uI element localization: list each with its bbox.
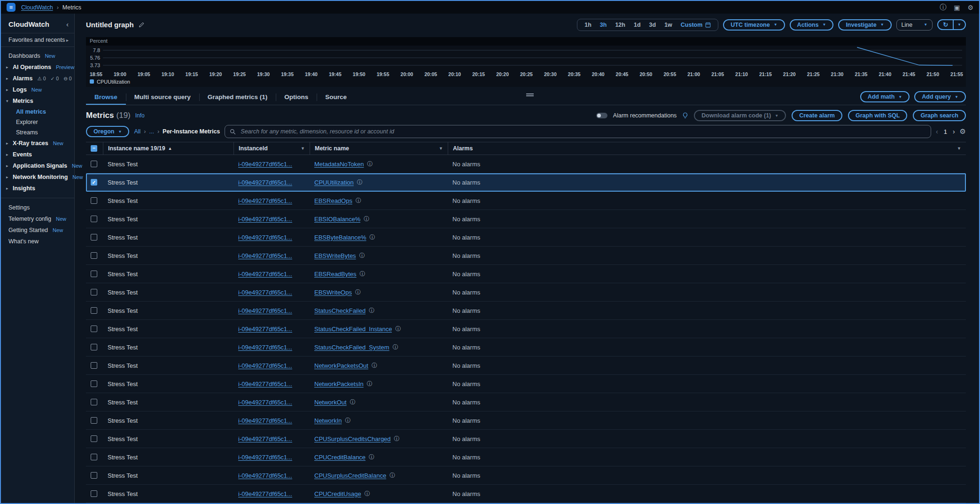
table-row[interactable]: Stress Test i-09e49277df65c1... NetworkP… bbox=[86, 357, 966, 375]
time-range-3d[interactable]: 3d bbox=[645, 21, 661, 29]
column-header-instance-name[interactable]: Instance name 19/19 bbox=[108, 145, 165, 152]
previous-page-button[interactable]: ‹ bbox=[936, 128, 938, 135]
instance-id-link[interactable]: i-09e49277df65c1... bbox=[238, 252, 292, 259]
info-icon[interactable]: ⓘ bbox=[940, 3, 946, 12]
instance-id-link[interactable]: i-09e49277df65c1... bbox=[238, 161, 292, 168]
investigate-dropdown[interactable]: Investigate ▼ bbox=[838, 19, 891, 31]
chart-type-select[interactable]: Line ▼ bbox=[896, 19, 933, 31]
metric-name-link[interactable]: EBSWriteBytes bbox=[314, 252, 356, 259]
table-row[interactable]: Stress Test i-09e49277df65c1... NetworkI… bbox=[86, 411, 966, 430]
search-input[interactable] bbox=[240, 128, 926, 135]
table-row[interactable]: Stress Test i-09e49277df65c1... EBSIOBal… bbox=[86, 210, 966, 228]
info-icon[interactable]: ⓘ bbox=[345, 417, 351, 425]
metric-name-link[interactable]: EBSReadBytes bbox=[314, 271, 357, 278]
row-checkbox[interactable] bbox=[91, 417, 97, 424]
sidebar-item-what-s-new[interactable]: What's new bbox=[1, 236, 74, 247]
filter-caret-icon[interactable]: ▼ bbox=[439, 146, 443, 151]
sidebar-item-explorer[interactable]: Explorer bbox=[1, 117, 74, 127]
metric-name-link[interactable]: NetworkPacketsOut bbox=[314, 362, 368, 369]
sidebar-item-streams[interactable]: Streams bbox=[1, 127, 74, 138]
add-query-button[interactable]: Add query ▼ bbox=[914, 91, 966, 102]
info-icon[interactable]: ⓘ bbox=[356, 197, 361, 205]
table-row[interactable]: Stress Test i-09e49277df65c1... Metadata… bbox=[86, 155, 966, 173]
instance-id-link[interactable]: i-09e49277df65c1... bbox=[238, 216, 292, 223]
metric-name-link[interactable]: CPUCreditUsage bbox=[314, 490, 361, 497]
select-all-checkbox[interactable] bbox=[91, 145, 97, 152]
metric-name-link[interactable]: NetworkOut bbox=[314, 399, 347, 406]
metric-name-link[interactable]: EBSWriteOps bbox=[314, 289, 352, 296]
metric-name-link[interactable]: CPUCreditBalance bbox=[314, 454, 366, 461]
create-alarm-button[interactable]: Create alarm bbox=[792, 110, 842, 121]
table-row[interactable]: Stress Test i-09e49277df65c1... CPUSurpl… bbox=[86, 466, 966, 485]
row-checkbox[interactable] bbox=[91, 234, 97, 240]
instance-id-link[interactable]: i-09e49277df65c1... bbox=[238, 234, 292, 241]
row-checkbox[interactable] bbox=[91, 289, 97, 295]
custom-range-button[interactable]: Custom bbox=[677, 21, 716, 29]
sidebar-collapse-icon[interactable]: ‹ bbox=[66, 20, 69, 28]
sidebar-item-ai-operations[interactable]: ▸AI OperationsPreview bbox=[1, 62, 74, 73]
info-icon[interactable]: ⓘ bbox=[369, 307, 374, 315]
sidebar-item-telemetry-config[interactable]: Telemetry configNew bbox=[1, 213, 74, 225]
time-range-3h[interactable]: 3h bbox=[596, 21, 611, 29]
instance-id-link[interactable]: i-09e49277df65c1... bbox=[238, 399, 292, 406]
instance-id-link[interactable]: i-09e49277df65c1... bbox=[238, 472, 292, 479]
metric-name-link[interactable]: MetadataNoToken bbox=[314, 161, 364, 168]
chevron-right-icon[interactable]: ▸ bbox=[6, 163, 10, 168]
chevron-right-icon[interactable]: ▸ bbox=[6, 186, 10, 191]
breadcrumb-all[interactable]: All bbox=[134, 128, 140, 135]
time-range-12h[interactable]: 12h bbox=[611, 21, 630, 29]
sidebar-item-metrics[interactable]: ▾Metrics bbox=[1, 95, 74, 107]
table-row[interactable]: Stress Test i-09e49277df65c1... EBSByteB… bbox=[86, 228, 966, 247]
instance-id-link[interactable]: i-09e49277df65c1... bbox=[238, 380, 292, 388]
time-range-1w[interactable]: 1w bbox=[660, 21, 677, 29]
table-row[interactable]: Stress Test i-09e49277df65c1... EBSWrite… bbox=[86, 247, 966, 265]
metric-name-link[interactable]: NetworkIn bbox=[314, 417, 342, 424]
sidebar-item-application-signals[interactable]: ▸Application SignalsNew bbox=[1, 160, 74, 171]
table-row[interactable]: Stress Test i-09e49277df65c1... EBSWrite… bbox=[86, 283, 966, 302]
sidebar-item-getting-started[interactable]: Getting StartedNew bbox=[1, 225, 74, 236]
metric-name-link[interactable]: CPUUtilization bbox=[314, 179, 354, 186]
metric-name-link[interactable]: EBSReadOps bbox=[314, 197, 352, 204]
info-icon[interactable]: ⓘ bbox=[369, 453, 374, 461]
metric-name-link[interactable]: NetworkPacketsIn bbox=[314, 380, 364, 388]
row-checkbox[interactable] bbox=[91, 344, 97, 350]
row-checkbox[interactable] bbox=[91, 399, 97, 405]
lightbulb-icon[interactable] bbox=[682, 112, 688, 119]
tab-browse[interactable]: Browse bbox=[86, 90, 126, 105]
next-page-button[interactable]: › bbox=[953, 128, 955, 135]
instance-id-link[interactable]: i-09e49277df65c1... bbox=[238, 271, 292, 278]
filter-caret-icon[interactable]: ▼ bbox=[957, 146, 961, 151]
info-icon[interactable]: ⓘ bbox=[370, 233, 375, 241]
metric-name-link[interactable]: StatusCheckFailed bbox=[314, 307, 366, 314]
sort-ascending-icon[interactable]: ▲ bbox=[168, 146, 172, 151]
refresh-options-caret-icon[interactable]: ▼ bbox=[953, 20, 965, 29]
row-checkbox[interactable] bbox=[91, 472, 97, 479]
metric-name-link[interactable]: EBSIOBalance% bbox=[314, 216, 360, 223]
info-icon[interactable]: ⓘ bbox=[357, 178, 363, 186]
instance-id-link[interactable]: i-09e49277df65c1... bbox=[238, 197, 292, 204]
row-checkbox[interactable] bbox=[91, 271, 97, 277]
instance-id-link[interactable]: i-09e49277df65c1... bbox=[238, 307, 292, 314]
instance-id-link[interactable]: i-09e49277df65c1... bbox=[238, 435, 292, 442]
tab-graphed-metrics-1[interactable]: Graphed metrics (1) bbox=[199, 90, 276, 105]
info-icon[interactable]: ⓘ bbox=[360, 270, 366, 278]
sidebar-item-insights[interactable]: ▸Insights bbox=[1, 183, 74, 194]
row-checkbox[interactable] bbox=[91, 197, 97, 204]
info-icon[interactable]: ⓘ bbox=[393, 343, 398, 351]
sidebar-item-logs[interactable]: ▸LogsNew bbox=[1, 84, 74, 95]
tab-source[interactable]: Source bbox=[317, 90, 355, 105]
chevron-right-icon[interactable]: ▸ bbox=[6, 87, 10, 92]
row-checkbox[interactable] bbox=[91, 435, 97, 442]
time-range-1d[interactable]: 1d bbox=[630, 21, 645, 29]
table-row[interactable]: Stress Test i-09e49277df65c1... StatusCh… bbox=[86, 338, 966, 357]
column-header-instance-id[interactable]: InstanceId bbox=[239, 145, 268, 152]
chevron-right-icon[interactable]: ▸ bbox=[6, 65, 10, 70]
actions-dropdown[interactable]: Actions ▼ bbox=[790, 19, 834, 31]
sidebar-item-events[interactable]: ▸Events bbox=[1, 149, 74, 160]
row-checkbox[interactable] bbox=[91, 307, 97, 314]
info-icon[interactable]: ⓘ bbox=[389, 472, 395, 480]
alarm-recommendations-toggle[interactable] bbox=[596, 113, 607, 118]
info-icon[interactable]: ⓘ bbox=[355, 288, 361, 296]
row-checkbox[interactable] bbox=[91, 362, 97, 369]
instance-id-link[interactable]: i-09e49277df65c1... bbox=[238, 454, 292, 461]
